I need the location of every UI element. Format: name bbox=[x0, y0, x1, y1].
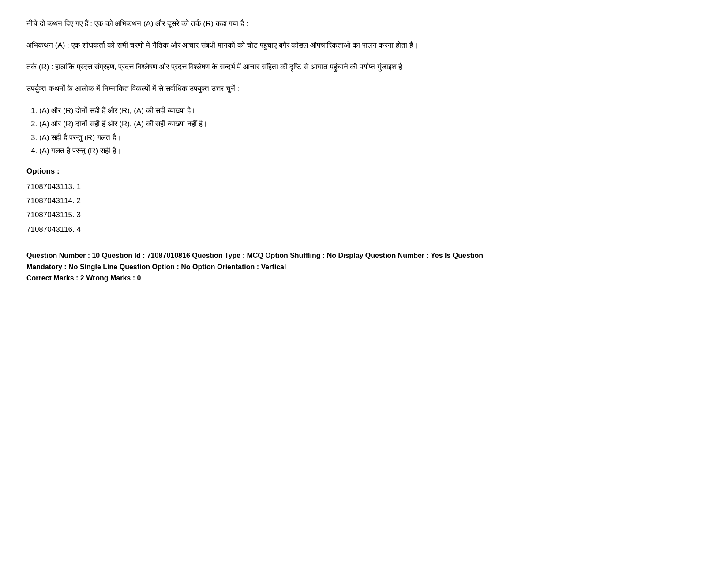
meta-line-1: Question Number : 10 Question Id : 71087… bbox=[26, 250, 512, 272]
option-entry-4: 71087043116. 4 bbox=[26, 223, 512, 237]
option-entry-3: 71087043115. 3 bbox=[26, 208, 512, 222]
choice-3: 3. (A) सही है परन्तु (R) गलत है। bbox=[31, 131, 512, 145]
reason-text: तर्क (R) : हालांकि प्रदत्त संग्रहण, प्रद… bbox=[26, 61, 512, 74]
meta-line-2: Correct Marks : 2 Wrong Marks : 0 bbox=[26, 272, 512, 284]
question-prompt: उपर्युक्त कथनों के आलोक में निम्नांकित व… bbox=[26, 83, 512, 95]
option-entry-1: 71087043113. 1 bbox=[26, 180, 512, 194]
options-label: Options : bbox=[26, 165, 512, 178]
choices-list: 1. (A) और (R) दोनों सही हैं और (R), (A) … bbox=[26, 104, 512, 158]
choice-4: 4. (A) गलत है परन्तु (R) सही है। bbox=[31, 144, 512, 158]
option-entry-2: 71087043114. 2 bbox=[26, 194, 512, 208]
reason-label: तर्क (R) : हालांकि प्रदत्त संग्रहण, प्रद… bbox=[26, 63, 407, 71]
intro-line: नीचे दो कथन दिए गए हैं : एक को अभिकथन (A… bbox=[26, 18, 512, 30]
question-metadata: Question Number : 10 Question Id : 71087… bbox=[26, 250, 512, 284]
underline-nahin: नहीं bbox=[187, 120, 197, 128]
choice-1: 1. (A) और (R) दोनों सही हैं और (R), (A) … bbox=[31, 104, 512, 118]
assertion-text: अभिकथन (A) : एक शोधकर्ता को सभी चरणों मे… bbox=[26, 39, 512, 52]
main-content: नीचे दो कथन दिए गए हैं : एक को अभिकथन (A… bbox=[26, 18, 512, 284]
assertion-label: अभिकथन (A) : एक शोधकर्ता को सभी चरणों मे… bbox=[26, 41, 418, 49]
choice-2: 2. (A) और (R) दोनों सही हैं और (R), (A) … bbox=[31, 117, 512, 131]
